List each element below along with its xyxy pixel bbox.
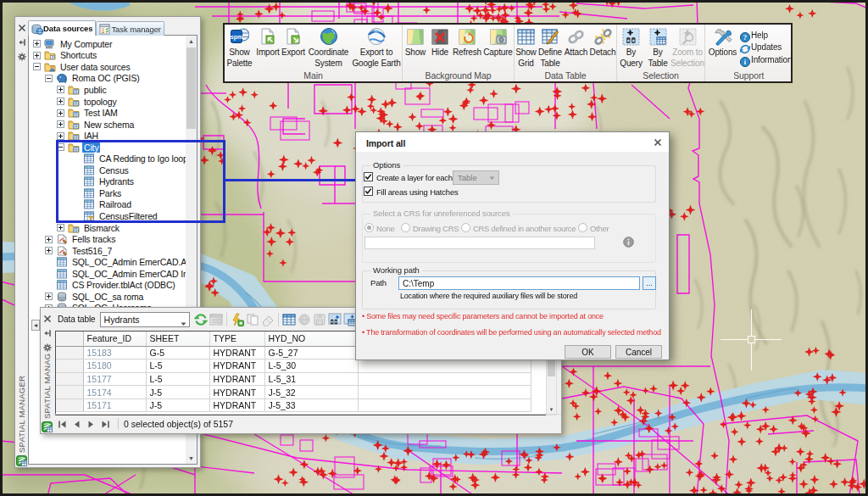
- nav-last-icon[interactable]: [100, 419, 111, 430]
- tree-item-test-iam[interactable]: Test IAM: [29, 107, 186, 119]
- tree-item-user-data-sources[interactable]: User data sources: [29, 61, 186, 73]
- ribbon-button-capture[interactable]: Capture: [482, 25, 514, 70]
- cancel-button[interactable]: Cancel: [615, 345, 662, 359]
- tree-expander-plus[interactable]: [57, 86, 64, 93]
- refresh-icon[interactable]: [194, 313, 208, 326]
- copy-icon[interactable]: [246, 313, 259, 326]
- column-header-hyd_no[interactable]: HYD_NO: [264, 332, 358, 346]
- support-item-help[interactable]: ?Help: [740, 30, 792, 41]
- gear-icon[interactable]: [18, 49, 26, 58]
- tree-expander-plus[interactable]: [33, 52, 41, 59]
- tab-data-sources[interactable]: Data sources: [28, 20, 96, 36]
- checkbox-create-layer[interactable]: [364, 172, 373, 181]
- ribbon-button-refresh[interactable]: Refresh: [452, 25, 482, 70]
- row-selector[interactable]: [56, 372, 83, 386]
- nav-next-icon[interactable]: [86, 419, 97, 430]
- row-selector[interactable]: [56, 346, 83, 359]
- tree-expander-plus[interactable]: [57, 98, 64, 105]
- path-input[interactable]: C:\Temp: [398, 276, 640, 290]
- ribbon-button-import[interactable]: Import: [255, 25, 281, 70]
- panel-collapse-button[interactable]: ◂: [31, 320, 40, 331]
- ribbon-button-label: Refresh: [453, 47, 481, 59]
- table-row[interactable]: 15177L-5HYDRANTL-5_31: [56, 372, 531, 386]
- grid-view-icon[interactable]: [282, 313, 296, 326]
- close-icon[interactable]: [43, 311, 52, 320]
- eraser-icon[interactable]: [261, 313, 275, 326]
- column-header-feature_id[interactable]: Feature_ID: [83, 332, 146, 346]
- table-row[interactable]: 15174J-5HYDRANTJ-5_32: [56, 386, 531, 399]
- column-header-sheet[interactable]: SHEET: [146, 332, 209, 346]
- browse-button[interactable]: ...: [643, 276, 656, 290]
- ribbon-button-show-grid[interactable]: ShowGrid: [515, 25, 537, 70]
- tree-expander-minus[interactable]: [33, 63, 41, 70]
- column-header-type[interactable]: TYPE: [209, 332, 264, 346]
- row-selector-header[interactable]: [56, 332, 83, 346]
- row-selector[interactable]: [56, 386, 83, 399]
- table-row[interactable]: 15171J-5HYDRANTJ-5_33: [56, 398, 531, 412]
- scroll-down-icon[interactable]: ▼: [186, 453, 197, 464]
- tree-expander-plus[interactable]: [57, 109, 64, 117]
- tree-expander-plus[interactable]: [57, 132, 64, 140]
- tree-item-public[interactable]: public: [29, 84, 186, 96]
- nav-first-icon[interactable]: [57, 419, 68, 430]
- nav-prev-icon[interactable]: [71, 419, 82, 430]
- tree-expander-plus[interactable]: [57, 224, 64, 231]
- add-record-icon[interactable]: [231, 313, 244, 326]
- support-item-updates[interactable]: Updates: [740, 42, 792, 53]
- row-selector[interactable]: [56, 359, 83, 373]
- ribbon-button-label-line: By: [620, 47, 642, 59]
- find-add-icon[interactable]: [328, 313, 342, 326]
- ribbon-button-label-line: Detach: [590, 47, 616, 59]
- tab-task-manager[interactable]: Task manager: [96, 21, 164, 36]
- tree-item-test516-7[interactable]: Test516_7: [29, 245, 186, 257]
- dialog-close-button[interactable]: [651, 136, 664, 148]
- tree-expander-plus[interactable]: [33, 40, 41, 47]
- tree-item-sql-oc-admin-emercad-actxy-o[interactable]: SQL_OC_Admin EmerCAD.ActXY (O: [29, 256, 186, 268]
- tree-expander-plus[interactable]: [57, 120, 64, 128]
- ribbon-button-detach[interactable]: Detach: [589, 25, 616, 70]
- tree-item-bismarck[interactable]: Bismarck: [29, 222, 186, 234]
- ribbon-button-by-query[interactable]: ByQuery: [617, 25, 645, 70]
- sphere-icon[interactable]: [298, 313, 311, 326]
- ribbon-button-hide[interactable]: Hide: [428, 25, 452, 70]
- ribbon-button-options[interactable]: Options: [705, 25, 740, 70]
- tree-item-cs-provider-tblact-odbc-[interactable]: CS Provider.tblAct (ODBC): [29, 279, 186, 291]
- tree-expander-plus[interactable]: [45, 236, 53, 243]
- ribbon-button-show-palette[interactable]: spmShowPalette: [225, 25, 254, 70]
- support-item-information[interactable]: iInformation: [740, 54, 792, 65]
- row-selector[interactable]: [56, 398, 83, 412]
- ribbon-button-attach[interactable]: Attach: [563, 25, 589, 70]
- tree-item-topology[interactable]: topology: [29, 96, 186, 108]
- table-row[interactable]: 15180L-5HYDRANTL-5_30: [56, 359, 531, 373]
- ribbon-button-by-table[interactable]: ByTable: [645, 25, 670, 70]
- tree-item-new-schema[interactable]: New schema: [29, 119, 186, 131]
- checkbox-fill-hatches[interactable]: [364, 187, 373, 196]
- tree-item-sql-oc-sa-roma[interactable]: SQL_OC_sa roma: [29, 291, 186, 303]
- ribbon-button-export-to-google-earth[interactable]: Export toGoogle Earth: [351, 25, 402, 70]
- close-icon[interactable]: [18, 20, 26, 29]
- form-view-icon[interactable]: [209, 313, 223, 326]
- cell: HYDRANT: [209, 398, 264, 412]
- scroll-up-icon[interactable]: ▲: [186, 36, 197, 47]
- tree-expander-plus[interactable]: [45, 247, 53, 254]
- tree-expander-minus[interactable]: [45, 75, 53, 82]
- layer-combo[interactable]: Hydrants: [100, 312, 190, 327]
- ribbon-button-define-table[interactable]: DefineTable: [537, 25, 563, 70]
- tree-item-shortcuts[interactable]: Shortcuts: [29, 50, 186, 62]
- tree-item-fells-tracks[interactable]: Fells tracks: [29, 233, 186, 245]
- ribbon-button-export[interactable]: Export: [281, 25, 306, 70]
- ok-button[interactable]: OK: [565, 345, 611, 359]
- ribbon-button-label-line: Import: [256, 47, 279, 59]
- gear-icon[interactable]: [43, 340, 52, 348]
- pin-icon[interactable]: [43, 326, 52, 334]
- ribbon-button-show[interactable]: Show: [403, 25, 428, 70]
- ribbon-button-coordinate-system[interactable]: CoordinateSystem: [306, 25, 351, 70]
- ribbon-button-zoom-to-selection[interactable]: Zoom toSelection: [670, 25, 704, 70]
- tree-expander-plus[interactable]: [45, 293, 53, 300]
- pin-icon[interactable]: [18, 35, 26, 43]
- tree-item-my-computer[interactable]: My Computer: [29, 38, 186, 50]
- tree-item-sql-oc-admin-emercad-inciwkb[interactable]: SQL_OC_Admin EmerCAD InciWKB: [29, 268, 186, 280]
- save-small-icon[interactable]: [313, 313, 326, 326]
- scroll-thumb[interactable]: [186, 47, 196, 129]
- tree-item-roma-oc-pgis-[interactable]: Roma OC (PGIS): [29, 73, 186, 85]
